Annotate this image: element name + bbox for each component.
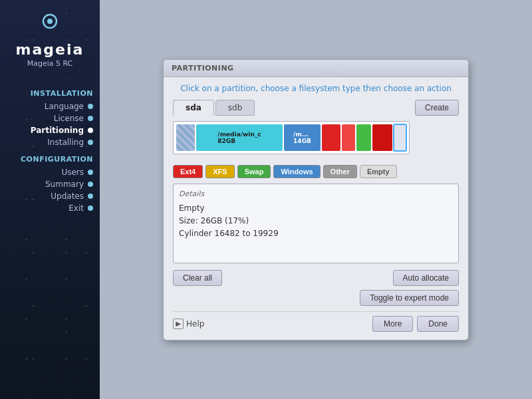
- fs-swap-button[interactable]: Swap: [237, 165, 271, 178]
- sidebar-item-users[interactable]: Users: [7, 166, 93, 178]
- toggle-row: Toggle to expert mode: [173, 290, 459, 306]
- partition-visual: sda sdb /media/win_c82GB /m...14GB: [173, 100, 410, 160]
- partition-visual-area[interactable]: /media/win_c82GB /m...14GB: [173, 121, 410, 154]
- done-button[interactable]: Done: [417, 316, 459, 332]
- sidebar-item-partitioning[interactable]: Partitioning: [7, 124, 93, 136]
- logo-text: mageia: [16, 41, 84, 58]
- installation-title: INSTALLATION: [7, 89, 93, 98]
- dialog-body: Click on a partition, choose a filesyste…: [164, 77, 468, 340]
- auto-allocate-button[interactable]: Auto allocate: [393, 270, 459, 286]
- sidebar-item-label: License: [54, 114, 84, 123]
- configuration-title: CONFIGURATION: [7, 155, 93, 164]
- sidebar-item-updates[interactable]: Updates: [7, 190, 93, 202]
- sidebar-item-license[interactable]: License: [7, 112, 93, 124]
- tab-bar: sda sdb: [173, 100, 410, 116]
- partition-block-boot[interactable]: [176, 124, 195, 151]
- toggle-expert-button[interactable]: Toggle to expert mode: [360, 290, 459, 306]
- sidebar-item-label: Exit: [68, 203, 84, 213]
- fs-empty-button[interactable]: Empty: [360, 165, 397, 178]
- svg-point-1: [47, 19, 53, 24]
- tab-sda[interactable]: sda: [173, 100, 214, 116]
- help-label: Help: [186, 319, 204, 329]
- sidebar-item-exit[interactable]: Exit: [7, 202, 93, 214]
- sidebar-dot-partitioning: [88, 128, 93, 133]
- fs-other-button[interactable]: Other: [323, 165, 357, 178]
- clear-all-button[interactable]: Clear all: [173, 270, 222, 286]
- partitioning-dialog: PARTITIONING Click on a partition, choos…: [163, 59, 469, 340]
- sidebar-dot-users: [88, 170, 93, 175]
- sidebar-dot-language: [88, 104, 93, 109]
- main-area: PARTITIONING Click on a partition, choos…: [100, 0, 532, 399]
- details-line-3: Cylinder 16482 to 19929: [179, 227, 453, 240]
- fs-windows-button[interactable]: Windows: [273, 165, 320, 178]
- help-link[interactable]: ▶ Help: [173, 319, 204, 329]
- dialog-instruction: Click on a partition, choose a filesyste…: [173, 84, 459, 93]
- bottom-bar: ▶ Help More Done: [173, 311, 459, 333]
- fs-xfs-button[interactable]: XFS: [205, 165, 234, 178]
- details-box: Details Empty Size: 26GB (17%) Cylinder …: [173, 184, 459, 263]
- sidebar-item-label: Updates: [51, 192, 84, 201]
- action-row: Clear all Auto allocate: [173, 270, 459, 286]
- dialog-title: PARTITIONING: [164, 60, 468, 77]
- sidebar-item-label: Summary: [45, 180, 84, 189]
- partition-block-r3[interactable]: [372, 124, 392, 151]
- version-text: Mageia 5 RC: [27, 59, 73, 68]
- sidebar-dot-updates: [88, 194, 93, 199]
- details-line-1: Empty: [179, 202, 453, 215]
- sidebar: mageia Mageia 5 RC INSTALLATION Language…: [0, 0, 100, 399]
- sidebar-dot-exit: [88, 205, 93, 211]
- details-line-2: Size: 26GB (17%): [179, 215, 453, 227]
- filesystem-type-buttons: Ext4 XFS Swap Windows Other Empty: [173, 165, 459, 178]
- fs-ext4-button[interactable]: Ext4: [173, 165, 203, 178]
- help-icon: ▶: [173, 319, 184, 329]
- sidebar-item-summary[interactable]: Summary: [7, 178, 93, 190]
- sidebar-dot-license: [88, 116, 93, 121]
- sidebar-item-label: Partitioning: [31, 126, 84, 135]
- tab-sdb[interactable]: sdb: [215, 100, 255, 116]
- bottom-right-buttons: More Done: [372, 316, 459, 332]
- installation-section: INSTALLATION Language License Partitioni…: [7, 82, 93, 148]
- sidebar-item-installing[interactable]: Installing: [7, 136, 93, 148]
- create-button[interactable]: Create: [415, 100, 459, 116]
- partition-block-green[interactable]: [356, 124, 371, 151]
- partition-block-r2[interactable]: [342, 124, 355, 151]
- sidebar-dot-summary: [88, 182, 93, 187]
- sidebar-item-label: Users: [61, 168, 84, 177]
- sidebar-item-label: Language: [45, 102, 84, 111]
- sidebar-item-language[interactable]: Language: [7, 100, 93, 112]
- details-content: Empty Size: 26GB (17%) Cylinder 16482 to…: [179, 202, 453, 241]
- partition-section: sda sdb /media/win_c82GB /m...14GB: [173, 100, 459, 160]
- configuration-section: CONFIGURATION Users Summary Updates Exit: [7, 148, 93, 214]
- partition-block-lm[interactable]: /m...14GB: [284, 124, 321, 151]
- create-button-area: Create: [415, 100, 459, 116]
- details-title: Details: [179, 190, 453, 198]
- partition-block-winc[interactable]: /media/win_c82GB: [196, 124, 283, 151]
- sidebar-item-label: Installing: [47, 138, 84, 147]
- partition-block-empty[interactable]: [394, 124, 406, 151]
- partition-block-r1[interactable]: [322, 124, 340, 151]
- sidebar-dot-installing: [88, 140, 93, 145]
- logo-area: mageia Mageia 5 RC: [16, 0, 84, 82]
- mageia-logo-icon: [37, 12, 63, 39]
- more-button[interactable]: More: [372, 316, 413, 332]
